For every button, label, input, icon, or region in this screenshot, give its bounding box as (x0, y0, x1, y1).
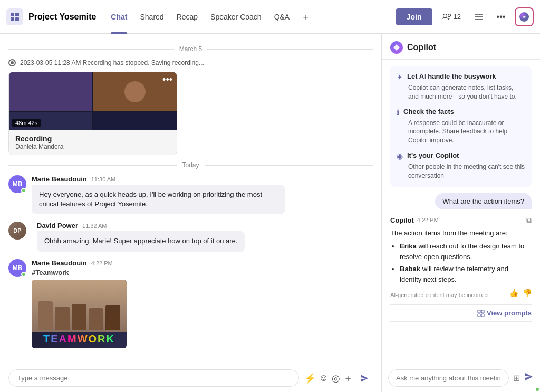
recording-duration: 48m 42s (12, 119, 41, 127)
tab-speaker-coach[interactable]: Speaker Coach (205, 0, 267, 34)
copilot-body: ✦ Let AI handle the busywork Copilot can… (382, 60, 540, 364)
copilot-response: Copilot 4:22 PM ⧉ The action items from … (390, 216, 532, 299)
ai-disclaimer: AI-generated content may be incorrect (390, 292, 489, 298)
recording-info: Recording Daniela Mandera (9, 130, 177, 155)
teamwork-image: TEAMWORK (32, 280, 127, 348)
copilot-input-area: ⊞ (382, 364, 540, 392)
list-item: Erika will reach out to the design team … (400, 241, 532, 262)
copilot-input[interactable] (388, 369, 509, 387)
info-title-3: It's your Copilot (407, 151, 459, 159)
copilot-header: Copilot (382, 34, 540, 60)
feedback-area: AI-generated content may be incorrect 👍 … (390, 288, 532, 298)
message-author-1: Marie Beaudouin (32, 175, 87, 183)
online-status-indicator-3 (21, 272, 26, 277)
tab-recap[interactable]: Recap (171, 0, 203, 34)
tab-chat[interactable]: Chat (105, 0, 132, 34)
recording-thumbnail: 48m 42s ••• (9, 72, 177, 130)
copy-icon[interactable]: ⧉ (526, 216, 532, 225)
recording-card[interactable]: 48m 42s ••• Recording Daniela Mandera (8, 72, 177, 155)
copilot-send-button[interactable] (524, 372, 534, 384)
view-prompts-label: View prompts (487, 309, 532, 317)
info-item-3: ◉ It's your Copilot Other people in the … (397, 151, 525, 180)
main-content: March 5 2023-03-05 11:28 AM Recording ha… (0, 34, 540, 392)
copilot-title: Copilot (407, 43, 436, 52)
list-icon-button[interactable] (470, 8, 487, 25)
copilot-button[interactable] (515, 7, 534, 26)
emoji-icon[interactable]: ☺ (319, 372, 329, 384)
message-author-2: David Power (37, 222, 78, 230)
avatar-marie-1: MB (8, 175, 26, 193)
tab-shared[interactable]: Shared (134, 0, 169, 34)
message-content-1: Marie Beaudouin 11:30 AM Hey everyone, a… (32, 175, 373, 214)
list-item-highlight-1: Erika (400, 242, 417, 250)
add-tab-button[interactable]: ＋ (297, 0, 315, 34)
info-title-2: Check the facts (403, 108, 454, 116)
chat-input[interactable] (8, 369, 299, 387)
recording-notice: 2023-03-05 11:28 AM Recording has stoppe… (8, 59, 373, 66)
list-item: Babak will review the telemetry and iden… (400, 264, 532, 284)
message-group-1: MB Marie Beaudouin 11:30 AM Hey everyone… (8, 175, 373, 214)
join-button[interactable]: Join (396, 8, 432, 25)
header-right: Join 12 ••• (396, 7, 534, 26)
avatar-initials: MB (13, 180, 23, 188)
attach-icon[interactable]: ＋ (343, 372, 353, 385)
svg-rect-13 (481, 314, 484, 317)
format-icon[interactable]: ⚡ (304, 372, 316, 384)
view-prompts-row: View prompts (390, 304, 532, 322)
message-header-3: Marie Beaudouin 4:22 PM (32, 259, 373, 267)
project-title: Project Yosemite (28, 12, 96, 22)
date-divider-march5: March 5 (8, 45, 373, 53)
info-text-3: Other people in the meeting can't see th… (397, 162, 525, 180)
svg-rect-11 (481, 310, 484, 313)
message-group-2: DP David Power 11:32 AM Ohhh amazing, Ma… (8, 222, 373, 251)
svg-rect-2 (11, 17, 14, 21)
record-dot-icon (8, 59, 16, 66)
participants-count: 12 (454, 13, 461, 21)
gift-icon[interactable]: ⊞ (513, 373, 520, 383)
info-item-1: ✦ Let AI handle the busywork Copilot can… (397, 72, 525, 101)
message-group-3: MB Marie Beaudouin 4:22 PM #Teamwork (8, 259, 373, 348)
message-author-3: Marie Beaudouin (32, 259, 87, 267)
input-toolbar: ⚡ ☺ ◎ ＋ (304, 370, 373, 387)
message-header-2: David Power 11:32 AM (37, 222, 373, 230)
more-options-button[interactable]: ••• (493, 8, 509, 25)
nav-tabs: Chat Shared Recap Speaker Coach Q&A ＋ (105, 0, 315, 34)
svg-point-5 (448, 14, 450, 16)
recording-author: Daniela Mandera (15, 143, 170, 150)
tab-qa[interactable]: Q&A (269, 0, 295, 34)
sparkle-icon: ✦ (397, 73, 403, 81)
online-status-indicator (21, 188, 26, 193)
copilot-info-card: ✦ Let AI handle the busywork Copilot can… (390, 66, 532, 187)
recording-label: Recording (15, 135, 170, 143)
svg-rect-12 (478, 314, 480, 317)
chat-messages: March 5 2023-03-05 11:28 AM Recording ha… (0, 34, 381, 364)
copilot-logo (390, 41, 403, 54)
info-text-1: Copilot can generate notes, list tasks, … (397, 83, 525, 101)
teamwork-text: TEAMWORK (43, 333, 115, 345)
info-circle-icon: ℹ (397, 108, 399, 117)
response-list: Erika will reach out to the design team … (390, 241, 532, 284)
list-item-highlight-2: Babak (400, 265, 420, 273)
avatar-david: DP (8, 222, 26, 240)
recording-more-button[interactable]: ••• (162, 74, 172, 85)
thumbs-up-icon[interactable]: 👍 (509, 289, 518, 297)
message-time-3: 4:22 PM (91, 260, 113, 266)
participants-icon (442, 13, 451, 21)
send-button[interactable] (356, 370, 373, 387)
message-bubble-1: Hey everyone, as a quick heads up, I'll … (32, 185, 285, 214)
recording-notice-text: 2023-03-05 11:28 AM Recording has stoppe… (20, 59, 204, 66)
message-time-1: 11:30 AM (91, 176, 115, 183)
participants-button[interactable]: 12 (438, 11, 465, 23)
response-time: 4:22 PM (417, 217, 439, 223)
message-content-2: David Power 11:32 AM Ohhh amazing, Marie… (37, 222, 373, 251)
view-prompts-button[interactable]: View prompts (477, 309, 532, 317)
thumbs-down-icon[interactable]: 👎 (523, 289, 532, 297)
message-header-1: Marie Beaudouin 11:30 AM (32, 175, 373, 183)
chat-panel: March 5 2023-03-05 11:28 AM Recording ha… (0, 34, 382, 392)
hashtag-text: #Teamwork (32, 269, 373, 276)
svg-rect-3 (15, 17, 19, 21)
sticker-icon[interactable]: ◎ (332, 372, 340, 384)
question-bubble: What are the action items? (435, 193, 532, 209)
message-time-2: 11:32 AM (82, 223, 107, 229)
eye-icon: ◉ (397, 152, 403, 160)
